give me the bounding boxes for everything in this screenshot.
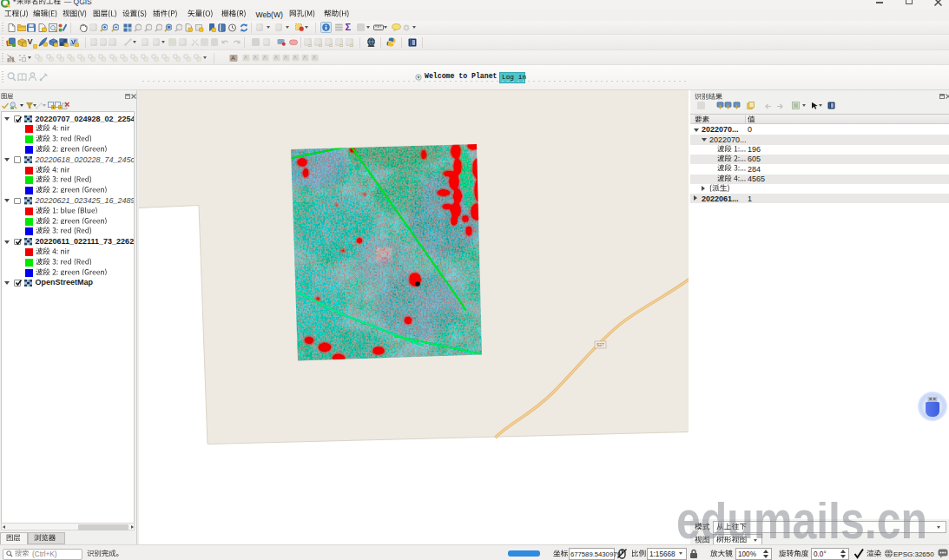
svg-text:S27: S27	[596, 342, 604, 347]
